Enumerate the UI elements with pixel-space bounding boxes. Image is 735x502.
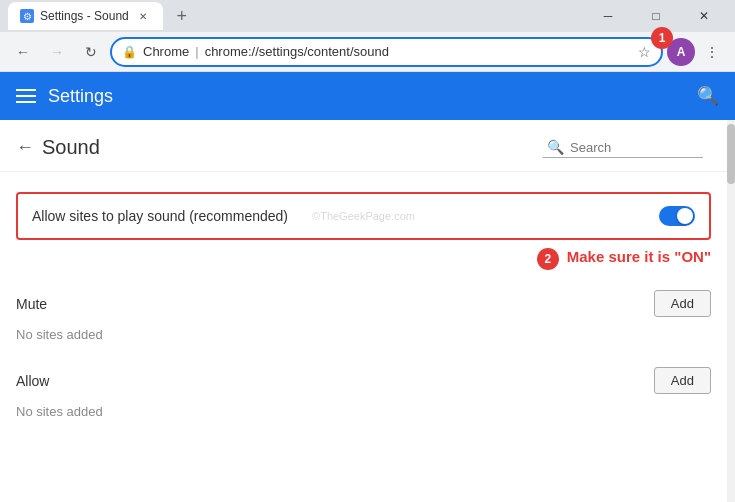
allow-label: Allow: [16, 373, 49, 389]
settings-header-left: Settings: [16, 86, 113, 107]
forward-button[interactable]: →: [42, 37, 72, 67]
refresh-button[interactable]: ↻: [76, 37, 106, 67]
address-bar[interactable]: 🔒 Chrome | chrome://settings/content/sou…: [110, 37, 663, 67]
url-separator: |: [195, 44, 198, 59]
sound-page-header: ← Sound 🔍 Search: [0, 120, 727, 172]
hamburger-line-1: [16, 89, 36, 91]
bookmark-icon[interactable]: ☆: [638, 44, 651, 60]
hamburger-menu[interactable]: [16, 89, 36, 103]
maximize-button[interactable]: □: [633, 0, 679, 32]
chrome-label: Chrome: [143, 44, 189, 59]
settings-main: ← Sound 🔍 Search Allow sites to play sou…: [0, 120, 727, 502]
minimize-button[interactable]: ─: [585, 0, 631, 32]
toggle-section: Allow sites to play sound (recommended) …: [0, 192, 727, 240]
close-button[interactable]: ✕: [681, 0, 727, 32]
mute-section: Mute Add No sites added: [16, 290, 711, 343]
allow-sound-toggle[interactable]: [659, 206, 695, 226]
tab-title: Settings - Sound: [40, 9, 129, 23]
sound-page-title: Sound: [42, 136, 100, 159]
back-button[interactable]: ←: [8, 37, 38, 67]
allow-section: Allow Add No sites added: [16, 367, 711, 420]
allow-add-button[interactable]: Add: [654, 367, 711, 394]
mute-no-sites: No sites added: [16, 323, 103, 346]
search-icon: 🔍: [547, 139, 564, 155]
annotation-2-wrapper: 2: [537, 248, 559, 270]
mute-label: Mute: [16, 296, 47, 312]
toggle-label: Allow sites to play sound (recommended): [32, 208, 288, 224]
security-icon: 🔒: [122, 45, 137, 59]
sound-back-button[interactable]: ←: [16, 137, 34, 158]
scrollbar-track[interactable]: [727, 120, 735, 502]
title-bar: ⚙ Settings - Sound ✕ + ─ □ ✕: [0, 0, 735, 32]
instruction-text: Make sure it is "ON": [567, 248, 711, 265]
search-area[interactable]: 🔍 Search: [543, 137, 703, 158]
hamburger-line-2: [16, 95, 36, 97]
menu-button[interactable]: ⋮: [697, 37, 727, 67]
settings-header: Settings 🔍: [0, 72, 735, 120]
scrollbar-thumb[interactable]: [727, 124, 735, 184]
nav-extras: A ⋮: [667, 37, 727, 67]
window-controls: ─ □ ✕: [585, 0, 727, 32]
tab-favicon-icon: ⚙: [23, 11, 32, 22]
annotation-2-area: 2 Make sure it is "ON": [16, 248, 711, 270]
sound-header-left: ← Sound: [16, 136, 100, 159]
url-display[interactable]: chrome://settings/content/sound: [205, 44, 628, 59]
title-bar-left: ⚙ Settings - Sound ✕ +: [8, 2, 195, 30]
navigation-bar: ← → ↻ 🔒 Chrome | chrome://settings/conte…: [0, 32, 735, 72]
tab[interactable]: ⚙ Settings - Sound ✕: [8, 2, 163, 30]
settings-content: ← Sound 🔍 Search Allow sites to play sou…: [0, 120, 735, 502]
tab-close-button[interactable]: ✕: [135, 8, 151, 24]
settings-title: Settings: [48, 86, 113, 107]
allow-sound-toggle-row[interactable]: Allow sites to play sound (recommended): [16, 192, 711, 240]
mute-section-header: Mute Add: [16, 290, 711, 317]
search-placeholder-text: Search: [570, 140, 611, 155]
allow-section-header: Allow Add: [16, 367, 711, 394]
tab-favicon: ⚙: [20, 9, 34, 23]
new-tab-button[interactable]: +: [169, 3, 195, 29]
header-search-icon[interactable]: 🔍: [697, 85, 719, 107]
annotation-1: 1: [651, 27, 673, 49]
hamburger-line-3: [16, 101, 36, 103]
allow-no-sites: No sites added: [16, 400, 103, 423]
annotation-2: 2: [537, 248, 559, 270]
mute-add-button[interactable]: Add: [654, 290, 711, 317]
